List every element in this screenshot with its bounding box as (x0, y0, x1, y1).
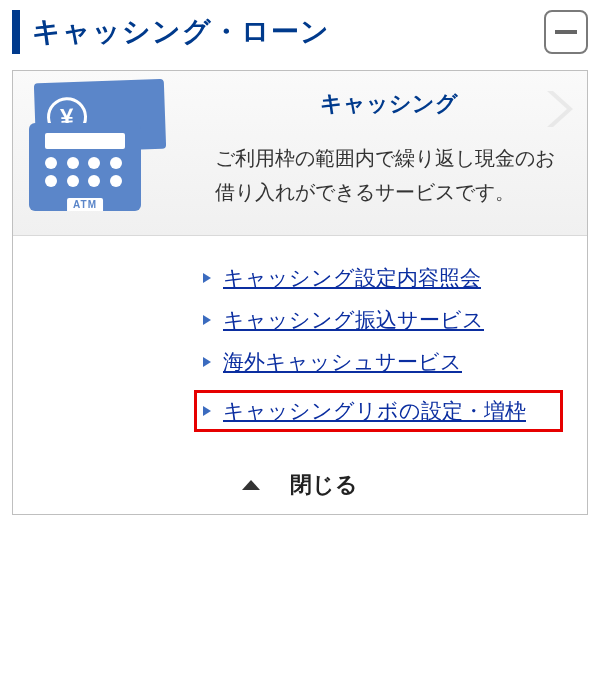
triangle-bullet-icon (203, 406, 211, 416)
link-row[interactable]: キャッシングリボの設定・増枠 (194, 390, 563, 432)
chevron-up-icon (242, 480, 260, 490)
chevron-right-icon (545, 89, 573, 133)
title-accent-bar (12, 10, 20, 54)
link[interactable]: 海外キャッシュサービス (223, 348, 462, 376)
triangle-bullet-icon (203, 315, 211, 325)
atm-label: ATM (67, 198, 103, 211)
links-list: キャッシング設定内容照会キャッシング振込サービス海外キャッシュサービスキャッシン… (13, 236, 587, 464)
link[interactable]: キャッシング設定内容照会 (223, 264, 481, 292)
atm-cash-icon: ¥ ATM (29, 81, 179, 211)
link[interactable]: キャッシングリボの設定・増枠 (223, 397, 526, 425)
section-description: ご利用枠の範囲内で繰り返し現金のお借り入れができるサービスです。 (215, 141, 563, 209)
section-icon: ¥ ATM (37, 89, 187, 211)
atm-machine-icon: ATM (29, 123, 141, 211)
link-row[interactable]: キャッシング振込サービス (203, 306, 557, 334)
title-block: キャッシング・ローン (12, 10, 330, 54)
minus-icon (555, 30, 577, 34)
section-header: ¥ ATM キャッシング ご利用枠の範 (13, 71, 587, 236)
link-row[interactable]: 海外キャッシュサービス (203, 348, 557, 376)
link[interactable]: キャッシング振込サービス (223, 306, 484, 334)
section-title: キャッシング (215, 89, 563, 119)
collapse-button[interactable] (544, 10, 588, 54)
header: キャッシング・ローン (12, 10, 588, 54)
link-row[interactable]: キャッシング設定内容照会 (203, 264, 557, 292)
page-title: キャッシング・ローン (32, 13, 330, 51)
triangle-bullet-icon (203, 357, 211, 367)
close-label: 閉じる (290, 472, 358, 497)
close-row[interactable]: 閉じる (13, 464, 587, 514)
panel: ¥ ATM キャッシング ご利用枠の範 (12, 70, 588, 515)
triangle-bullet-icon (203, 273, 211, 283)
